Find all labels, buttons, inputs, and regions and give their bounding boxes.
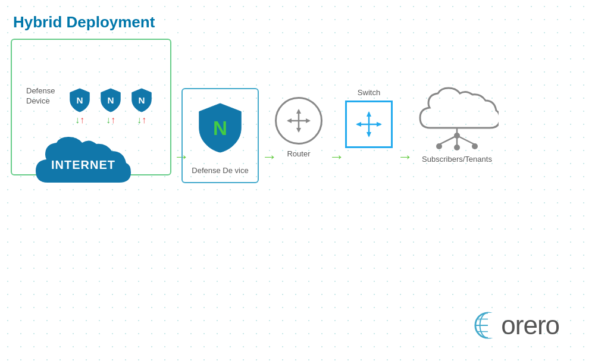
svg-point-22 <box>472 143 478 149</box>
router-container: Router <box>275 97 322 158</box>
svg-rect-29 <box>488 313 502 338</box>
corero-logo: orero <box>474 310 559 340</box>
svg-marker-6 <box>296 109 301 114</box>
switch-container: Switch <box>345 88 393 148</box>
switch-icon <box>353 109 384 140</box>
svg-text:N: N <box>107 95 114 105</box>
left-group-box: DefenseDevice N ↓↑ N ↓↑ <box>11 39 171 175</box>
svg-marker-14 <box>356 122 361 127</box>
page-title: Hybrid Deployment <box>13 13 155 32</box>
arrows-small-2: ↓↑ <box>106 115 115 125</box>
shield-icon-small-2: N <box>99 87 122 112</box>
svg-marker-15 <box>377 122 382 127</box>
svg-text:N: N <box>138 95 145 105</box>
arrows-small-1: ↓↑ <box>75 115 84 125</box>
subscribers-cloud-svg <box>415 85 499 150</box>
shield-icon-small-3: N <box>130 87 153 112</box>
svg-text:N: N <box>76 95 83 105</box>
arrow-3: → <box>329 148 345 166</box>
svg-marker-7 <box>296 128 301 133</box>
svg-marker-13 <box>367 132 371 137</box>
shield-small-3: N ↓↑ <box>130 87 153 125</box>
router-icon <box>283 105 314 136</box>
svg-point-20 <box>436 143 442 149</box>
defense-device-box: N Defense De vice <box>181 88 259 183</box>
shield-large-icon: N <box>196 101 244 153</box>
defense-device-label: Defense De vice <box>192 166 248 176</box>
internet-cloud: INTERNET <box>30 132 137 197</box>
shield-icon-small-1: N <box>68 87 91 112</box>
main-content: Hybrid Deployment DefenseDevice N ↓↑ N <box>0 0 595 364</box>
router-circle <box>275 97 322 145</box>
svg-point-21 <box>454 145 460 150</box>
shield-small-2: N ↓↑ <box>99 87 122 125</box>
svg-line-19 <box>457 136 475 145</box>
svg-marker-8 <box>287 118 292 123</box>
svg-marker-12 <box>367 111 371 117</box>
svg-text:N: N <box>213 117 227 139</box>
switch-box <box>345 101 393 148</box>
arrows-small-3: ↓↑ <box>137 115 146 125</box>
subscribers-label: Subscribers/Tenants <box>422 155 492 164</box>
svg-point-23 <box>454 133 460 139</box>
shield-small-1: N ↓↑ <box>68 87 91 125</box>
router-label: Router <box>287 149 310 158</box>
corero-globe-icon <box>474 311 502 340</box>
svg-line-17 <box>439 136 457 145</box>
switch-label: Switch <box>358 88 380 97</box>
shields-row: N ↓↑ N ↓↑ N <box>68 87 153 125</box>
internet-label: INTERNET <box>51 158 115 172</box>
defense-label-small: DefenseDevice <box>26 86 55 106</box>
corero-text: orero <box>501 310 559 340</box>
svg-marker-9 <box>306 118 311 123</box>
subscribers-container: Subscribers/Tenants <box>415 85 499 150</box>
arrow-4: → <box>397 148 413 166</box>
